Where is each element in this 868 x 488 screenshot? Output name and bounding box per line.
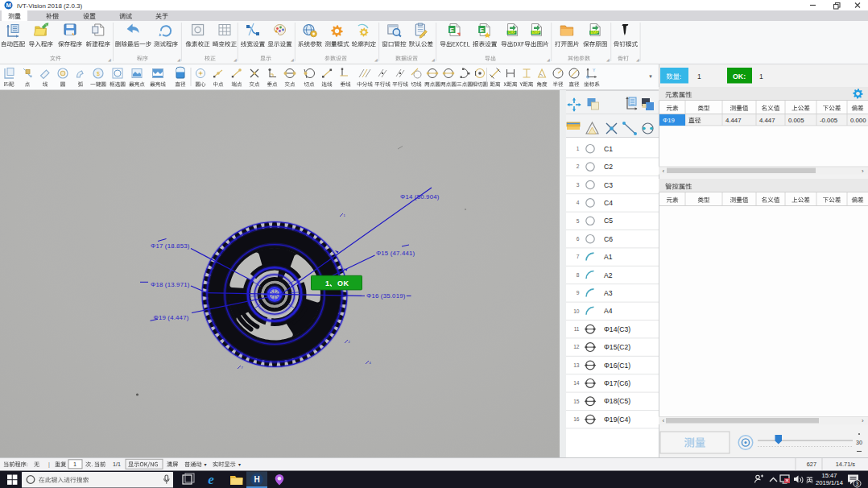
svg-text:▾: ▾ — [238, 462, 241, 467]
svg-text:3: 3 — [577, 182, 580, 188]
svg-text:▾: ▾ — [205, 462, 207, 467]
svg-text:16: 16 — [573, 416, 580, 422]
svg-text:10: 10 — [573, 308, 580, 314]
svg-text:C6: C6 — [604, 235, 613, 243]
svg-text:1/1: 1/1 — [113, 461, 121, 468]
svg-text:Φ15 (47.441): Φ15 (47.441) — [376, 250, 415, 257]
svg-text:◢: ◢ — [547, 57, 550, 62]
svg-text:H: H — [254, 475, 259, 484]
svg-text:BMP: BMP — [532, 31, 540, 35]
svg-text:0.000: 0.000 — [850, 117, 866, 124]
svg-text:✕: ✕ — [785, 478, 789, 483]
svg-text:12: 12 — [573, 344, 580, 349]
svg-text:1: 1 — [325, 279, 329, 287]
svg-text:A2: A2 — [604, 271, 613, 279]
svg-text:2: 2 — [577, 163, 580, 169]
svg-text:Φ14 (50.904): Φ14 (50.904) — [400, 193, 440, 201]
svg-text:Φ14(C3): Φ14(C3) — [604, 325, 630, 333]
svg-text:OK:: OK: — [733, 72, 746, 81]
svg-text:◢: ◢ — [606, 57, 610, 62]
svg-text:13: 13 — [573, 362, 580, 368]
svg-text:14: 14 — [573, 380, 580, 386]
svg-text:-0.005: -0.005 — [820, 117, 838, 124]
svg-text:◢: ◢ — [636, 57, 639, 62]
svg-text:C2: C2 — [604, 163, 613, 171]
svg-text:30: 30 — [856, 439, 862, 446]
svg-text:C3: C3 — [604, 181, 613, 189]
svg-text:Φ19 (4.447): Φ19 (4.447) — [154, 314, 189, 321]
svg-text:1: 1 — [73, 461, 76, 468]
svg-text:◢: ◢ — [432, 57, 435, 62]
svg-text:15:47: 15:47 — [821, 472, 837, 479]
svg-text:‹: ‹ — [663, 167, 665, 175]
svg-text:◢: ◢ — [291, 57, 294, 62]
svg-text:BMP: BMP — [590, 31, 598, 35]
svg-text:4.447: 4.447 — [759, 117, 775, 124]
svg-text:DXF: DXF — [508, 31, 515, 35]
svg-text:Φ16 (35.019): Φ16 (35.019) — [366, 292, 406, 300]
svg-text:‹: ‹ — [663, 417, 665, 424]
svg-text:2019/1/14: 2019/1/14 — [816, 479, 843, 486]
svg-text:15: 15 — [573, 399, 580, 404]
svg-text:E: E — [450, 27, 455, 34]
svg-text:Φ15(C2): Φ15(C2) — [604, 343, 630, 351]
svg-text:A3: A3 — [604, 289, 613, 297]
svg-text:$: $ — [97, 71, 100, 77]
svg-text:0.005: 0.005 — [788, 117, 804, 124]
svg-text:|: | — [48, 461, 50, 468]
svg-text:›: › — [862, 167, 864, 175]
svg-text:iVT-Vision 2018 (2.0.3): iVT-Vision 2018 (2.0.3) — [17, 2, 83, 10]
svg-text:OK: OK — [337, 279, 349, 287]
svg-text:C5: C5 — [604, 217, 613, 225]
svg-text:A4: A4 — [604, 307, 613, 315]
svg-text:A1: A1 — [604, 253, 613, 261]
svg-text:9: 9 — [577, 290, 580, 296]
svg-text:C1: C1 — [604, 145, 613, 153]
svg-text:C4: C4 — [604, 199, 613, 207]
svg-text:5: 5 — [577, 218, 580, 224]
svg-text:14.71/s: 14.71/s — [836, 461, 856, 468]
svg-text:8: 8 — [577, 272, 580, 278]
svg-text:◢: ◢ — [374, 57, 378, 62]
svg-text:◢: ◢ — [177, 57, 180, 62]
svg-text:6: 6 — [577, 236, 580, 242]
svg-text:Φ17 (18.853): Φ17 (18.853) — [151, 242, 190, 250]
svg-text:◢: ◢ — [108, 57, 111, 62]
svg-text:Φ19: Φ19 — [663, 117, 675, 124]
svg-text:◢: ◢ — [234, 57, 237, 62]
svg-text:4: 4 — [577, 200, 580, 205]
svg-text:4.447: 4.447 — [725, 117, 742, 124]
svg-text:Φ18 (13.971): Φ18 (13.971) — [151, 281, 190, 288]
svg-text:▾: ▾ — [649, 73, 652, 79]
svg-text:627: 627 — [807, 461, 816, 468]
svg-text:1: 1 — [697, 72, 701, 81]
svg-text:7: 7 — [577, 254, 580, 259]
svg-text:e: e — [208, 472, 214, 487]
svg-text:Φ18(C5): Φ18(C5) — [604, 397, 630, 405]
svg-text:Φ16(C1): Φ16(C1) — [604, 362, 630, 370]
svg-text:1: 1 — [759, 72, 763, 81]
svg-text:1: 1 — [577, 146, 580, 151]
svg-text:›: › — [862, 417, 864, 424]
svg-text:11: 11 — [574, 326, 580, 332]
svg-text:Φ17(C6): Φ17(C6) — [604, 379, 630, 387]
svg-text:3: 3 — [856, 481, 859, 486]
svg-text:Φ19(C4): Φ19(C4) — [604, 416, 630, 424]
svg-text:M: M — [6, 2, 10, 9]
svg-text:E: E — [480, 27, 485, 34]
